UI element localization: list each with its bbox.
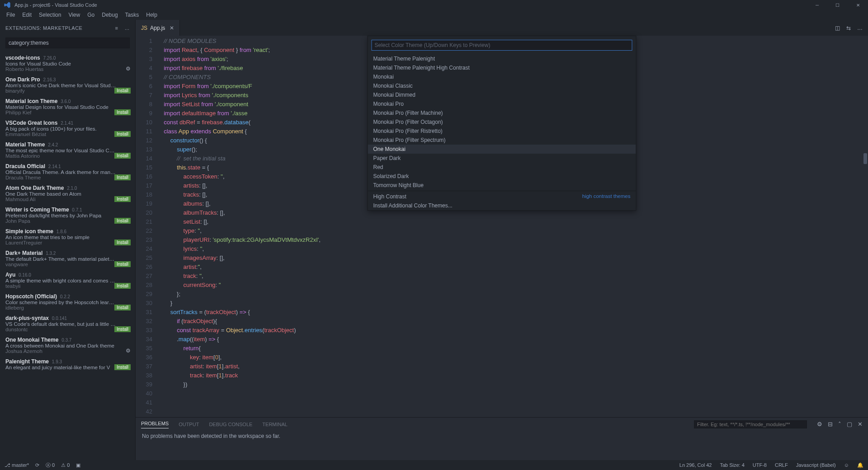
theme-option[interactable]: Monokai Dimmed [368,90,636,99]
install-button[interactable]: Install [114,131,131,137]
panel-tab-problems[interactable]: PROBLEMS [141,421,169,428]
install-button[interactable]: Install [114,196,131,202]
notifications-icon[interactable]: 🔔 [857,462,863,468]
extension-item[interactable]: Palenight Theme 1.9.3An elegant and juic… [0,356,135,372]
install-button[interactable]: Install [114,153,131,159]
gear-icon[interactable]: ⚙ [126,348,131,354]
panel-tab-terminal[interactable]: TERMINAL [262,422,288,427]
extension-item[interactable]: dark-plus-syntax 0.0.141VS Code's defaul… [0,312,135,334]
extension-item[interactable]: Material Theme 2.4.2The most epic theme … [0,139,135,160]
close-tab-icon[interactable]: ✕ [170,25,174,31]
extension-item[interactable]: Simple icon theme 1.8.6An icon theme tha… [0,226,135,247]
tab-size[interactable]: Tab Size: 4 [720,462,744,468]
install-button[interactable]: Install [114,283,131,289]
theme-option[interactable]: Monokai Pro (Filter Octagon) [368,118,636,127]
theme-option[interactable]: Monokai Pro (Filter Machine) [368,108,636,118]
live-icon[interactable]: ▣ [76,462,80,468]
panel-tab-debug-console[interactable]: DEBUG CONSOLE [209,422,252,427]
panel-maximize-icon[interactable]: ▢ [847,421,852,428]
theme-option[interactable]: Monokai Pro (Filter Spectrum) [368,136,636,145]
extension-item[interactable]: Hopscotch (Official) 0.2.2Color scheme i… [0,291,135,312]
menu-selection[interactable]: Selection [35,12,65,18]
extension-item[interactable]: One Monokai Theme 0.3.7A cross between M… [0,334,135,356]
editor-area: JS App.js ✕ ◫ ⇆ … 1234567891011121314151… [136,20,868,460]
menu-help[interactable]: Help [142,12,161,18]
panel-settings-icon[interactable]: ⚙ [817,421,822,428]
extension-item[interactable]: Winter is Coming Theme 0.7.1Preferred da… [0,204,135,226]
extension-item[interactable]: Dark+ Material 1.3.2The default Dark+ Th… [0,247,135,269]
language-mode[interactable]: Javascript (Babel) [796,462,836,468]
install-button[interactable]: Install [114,364,131,370]
install-button[interactable]: Install [114,174,131,180]
menu-view[interactable]: View [65,12,84,18]
theme-option[interactable]: Material Theme Palenight High Contrast [368,63,636,72]
menu-debug[interactable]: Debug [98,12,121,18]
gear-icon[interactable]: ⚙ [126,66,131,72]
split-editor-icon[interactable]: ◫ [835,25,840,31]
menu-edit[interactable]: Edit [19,12,35,18]
extension-item[interactable]: vscode-icons 7.26.0Icons for Visual Stud… [0,52,135,74]
theme-option[interactable]: Tomorrow Night Blue [368,181,636,190]
problems-filter-input[interactable] [694,420,807,428]
warnings-count[interactable]: ⚠ 0 [61,462,70,468]
quickpick-input[interactable] [372,40,632,51]
filter-icon[interactable]: ≡ [115,25,118,31]
theme-option[interactable]: Monokai [368,72,636,81]
feedback-icon[interactable]: ☺ [844,462,849,468]
window-title: App.js - project6 - Visual Studio Code [14,2,97,8]
menu-tasks[interactable]: Tasks [122,12,143,18]
cursor-position[interactable]: Ln 296, Col 42 [679,462,712,468]
theme-option-high-contrast[interactable]: High Contrasthigh contrast themes [368,192,636,201]
extensions-list: vscode-icons 7.26.0Icons for Visual Stud… [0,52,135,460]
extension-item[interactable]: Dracula Official 2.14.1Official Dracula … [0,160,135,182]
theme-option[interactable]: Monokai Pro [368,99,636,108]
install-button[interactable]: Install [114,261,131,267]
extension-item[interactable]: Ayu 0.16.0A simple theme with bright col… [0,269,135,291]
panel-tab-output[interactable]: OUTPUT [179,422,199,427]
panel-close-icon[interactable]: ✕ [858,421,863,428]
extension-item[interactable]: Atom One Dark Theme 2.1.0One Dark Theme … [0,182,135,204]
extensions-search-input[interactable] [5,38,130,48]
theme-option[interactable]: Solarized Dark [368,172,636,181]
theme-option[interactable]: Red [368,163,636,172]
errors-count[interactable]: ⓧ 0 [46,462,55,469]
eol[interactable]: CRLF [775,462,788,468]
encoding[interactable]: UTF-8 [753,462,767,468]
install-more-themes[interactable]: Install Additional Color Themes... [368,201,636,210]
compare-icon[interactable]: ⇆ [846,25,851,31]
install-button[interactable]: Install [114,88,131,94]
minimap-slider[interactable] [863,153,867,164]
extension-item[interactable]: One Dark Pro 2.16.3Atom's iconic One Dar… [0,74,135,95]
sync-icon[interactable]: ⟳ [35,462,39,468]
install-button[interactable]: Install [114,305,131,310]
theme-option[interactable]: One Monokai [368,145,636,154]
theme-option[interactable]: Paper Dark [368,154,636,163]
theme-option[interactable]: Monokai Pro (Filter Ristretto) [368,127,636,136]
extension-item[interactable]: VSCode Great Icons 2.1.41A big pack of i… [0,117,135,139]
quickpick-list: Material Theme PalenightMaterial Theme P… [368,54,636,210]
extension-item[interactable]: Material Icon Theme 3.6.0Material Design… [0,95,135,117]
install-button[interactable]: Install [114,218,131,224]
more-icon[interactable]: … [125,25,130,31]
extensions-sidebar: EXTENSIONS: MARKETPLACE ≡ … vscode-icons… [0,20,136,460]
theme-option[interactable]: Material Theme Palenight [368,54,636,63]
bottom-panel: PROBLEMSOUTPUTDEBUG CONSOLETERMINAL ⚙ ⊟ … [136,417,868,460]
install-button[interactable]: Install [114,240,131,245]
panel-collapse-icon[interactable]: ⊟ [828,421,833,428]
menubar: FileEditSelectionViewGoDebugTasksHelp [0,10,868,20]
theme-option[interactable]: Monokai Classic [368,81,636,90]
tab-app-js[interactable]: JS App.js ✕ [136,20,180,36]
panel-up-icon[interactable]: ˄ [838,421,841,428]
install-button[interactable]: Install [114,109,131,115]
menu-go[interactable]: Go [84,12,98,18]
menu-file[interactable]: File [3,12,19,18]
maximize-button[interactable]: ☐ [827,0,848,10]
install-button[interactable]: Install [114,326,131,332]
close-window-button[interactable]: ✕ [848,0,868,10]
tab-filename: App.js [150,25,165,31]
minimize-button[interactable]: ─ [807,0,827,10]
vscode-logo-icon [4,1,11,9]
statusbar: ⎇ master* ⟳ ⓧ 0 ⚠ 0 ▣ Ln 296, Col 42 Tab… [0,460,868,470]
git-branch[interactable]: ⎇ master* [5,462,29,468]
more-tab-actions-icon[interactable]: … [857,25,863,31]
